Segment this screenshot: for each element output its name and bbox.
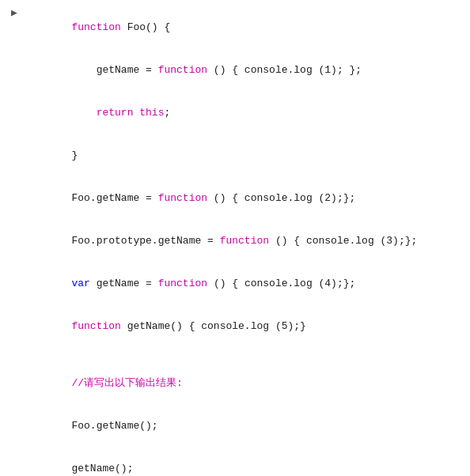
code-line-comment: //请写出以下输出结果: xyxy=(0,362,470,405)
code-content-2: getName = function () { console.log (1);… xyxy=(22,49,464,92)
code-content-call-1: Foo.getName(); xyxy=(22,405,464,448)
code-plain-3a xyxy=(71,107,96,119)
code-line-7: var getName = function () { console.log … xyxy=(0,263,470,305)
code-plain-7a: getName = xyxy=(90,278,158,289)
keyword-return: return xyxy=(97,107,134,119)
comment-text: //请写出以下输出结果: xyxy=(71,377,182,389)
keyword-function-2: function xyxy=(158,64,207,76)
keyword-function-1: function xyxy=(71,21,120,33)
arrow-gutter-1: ▶ xyxy=(6,6,22,21)
code-plain-3c: ; xyxy=(164,107,170,119)
code-plain-5a: Foo.getName = xyxy=(71,192,157,204)
code-plain-5b: () { console.log (2);}; xyxy=(207,192,355,204)
code-line-blank xyxy=(0,348,470,362)
keyword-var: var xyxy=(71,278,89,289)
code-plain-7b: () { console.log (4);}; xyxy=(207,278,355,289)
code-content-3: return this; xyxy=(22,92,464,134)
code-line-1: ▶ function Foo() { xyxy=(0,6,470,49)
main-container: ▶ function Foo() { getName = function ()… xyxy=(0,0,470,476)
code-line-4: } xyxy=(0,134,470,177)
code-line-8: function getName() { console.log (5);} xyxy=(0,305,470,348)
code-plain-6b: () { console.log (3);}; xyxy=(269,235,417,247)
code-content-blank xyxy=(22,348,464,362)
code-section: ▶ function Foo() { getName = function ()… xyxy=(0,0,470,476)
code-line-call-2: getName(); xyxy=(0,448,470,476)
code-plain-6a: Foo.prototype.getName = xyxy=(71,235,219,247)
keyword-function-6: function xyxy=(71,320,120,332)
keyword-function-5: function xyxy=(158,278,207,289)
code-content-5: Foo.getName = function () { console.log … xyxy=(22,177,464,220)
code-plain-4: } xyxy=(71,149,78,161)
call-text-2: getName(); xyxy=(71,463,133,474)
code-content-1: function Foo() { xyxy=(22,6,464,49)
code-plain-1: Foo() { xyxy=(121,21,170,33)
code-line-6: Foo.prototype.getName = function () { co… xyxy=(0,220,470,263)
code-content-8: function getName() { console.log (5);} xyxy=(22,305,464,348)
code-plain-8: getName() { console.log (5);} xyxy=(121,320,306,332)
keyword-function-4: function xyxy=(220,235,269,247)
code-line-2: getName = function () { console.log (1);… xyxy=(0,49,470,92)
call-text-1: Foo.getName(); xyxy=(71,420,157,432)
code-plain-2: getName = xyxy=(71,64,157,76)
keyword-function-3: function xyxy=(158,192,207,204)
code-line-3: return this; xyxy=(0,92,470,134)
code-content-4: } xyxy=(22,134,464,177)
code-content-6: Foo.prototype.getName = function () { co… xyxy=(22,220,464,263)
code-content-comment: //请写出以下输出结果: xyxy=(22,362,464,405)
code-line-5: Foo.getName = function () { console.log … xyxy=(0,177,470,220)
code-line-call-1: Foo.getName(); xyxy=(0,405,470,448)
code-content-call-2: getName(); xyxy=(22,448,464,476)
keyword-this: this xyxy=(139,107,164,119)
code-content-7: var getName = function () { console.log … xyxy=(22,263,464,305)
code-plain-2b: () { console.log (1); }; xyxy=(207,64,362,76)
